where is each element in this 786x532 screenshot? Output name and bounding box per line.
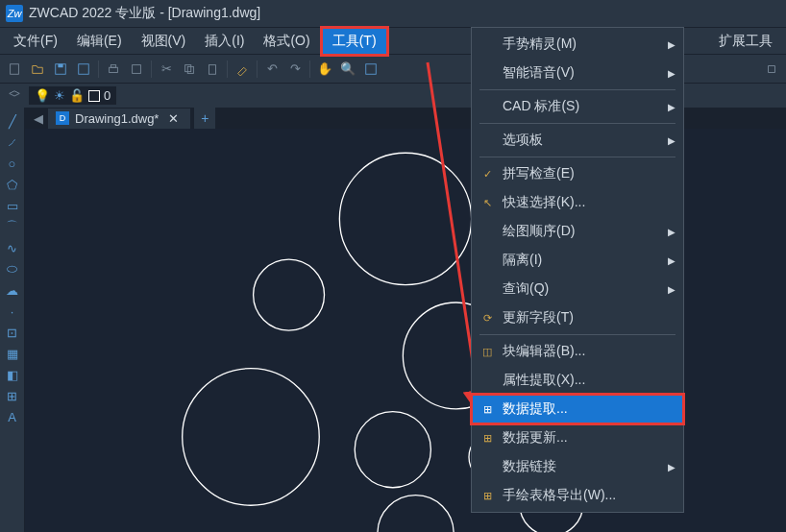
ellipse-icon[interactable]: ⬭ — [3, 259, 22, 278]
point-icon[interactable]: · — [3, 302, 22, 321]
menu-item-icon: ⟳ — [479, 310, 495, 326]
svg-rect-2 — [58, 63, 62, 67]
region-icon[interactable]: ◧ — [3, 365, 22, 384]
spline-icon[interactable]: ∿ — [3, 238, 22, 257]
separator — [98, 60, 99, 78]
menu-item-19[interactable]: ⊞手绘表格导出(W)... — [472, 481, 683, 510]
menu-item-label: 属性提取(X)... — [503, 372, 585, 389]
menu-item-icon: ↖ — [479, 195, 495, 210]
svg-rect-4 — [110, 67, 118, 72]
drawing-circle[interactable] — [378, 496, 454, 532]
text-icon[interactable]: A — [3, 407, 22, 426]
menu-item-14[interactable]: ◫块编辑器(B)... — [472, 337, 683, 366]
menu-item-label: 拼写检查(E) — [503, 165, 575, 182]
tab-prev-icon[interactable]: ◀ — [29, 109, 48, 128]
separator — [151, 60, 152, 78]
save-icon[interactable] — [50, 59, 71, 80]
menu-tools[interactable]: 工具(T) — [320, 26, 389, 57]
menu-item-5[interactable]: 选项板▶ — [472, 126, 683, 155]
tab-label: Drawing1.dwg* — [75, 111, 159, 126]
menu-item-18[interactable]: 数据链接▶ — [472, 452, 683, 481]
menu-item-icon — [479, 65, 495, 81]
menu-edit[interactable]: 编辑(E) — [67, 29, 132, 54]
menu-item-7[interactable]: ✓拼写检查(E) — [472, 159, 683, 188]
layer-manager-icon[interactable] — [4, 85, 25, 107]
menu-item-label: 绘图顺序(D) — [503, 223, 575, 240]
zoom-icon[interactable]: 🔍 — [337, 59, 358, 80]
line-icon[interactable]: ╱ — [3, 111, 22, 131]
separator — [309, 60, 310, 78]
revcloud-icon[interactable]: ☁ — [3, 280, 22, 300]
document-tab[interactable]: D Drawing1.dwg* ✕ — [48, 109, 190, 129]
menu-item-17[interactable]: ⊞数据更新... — [472, 423, 683, 452]
app-icon: Zw — [6, 5, 23, 22]
menu-item-10[interactable]: 隔离(I)▶ — [472, 246, 683, 275]
pan-icon[interactable]: ✋ — [314, 59, 335, 80]
saveas-icon[interactable] — [73, 59, 94, 80]
menu-item-label: 手势精灵(M) — [503, 36, 577, 53]
menu-item-label: 智能语音(V) — [503, 64, 575, 82]
separator — [257, 60, 258, 78]
rectangle-icon[interactable]: ▭ — [3, 196, 22, 215]
menu-item-15[interactable]: 属性提取(X)... — [472, 366, 683, 395]
menu-item-label: CAD 标准(S) — [503, 98, 579, 115]
menu-item-icon: ✓ — [479, 166, 495, 181]
menu-ext-tools[interactable]: 扩展工具 — [709, 29, 782, 54]
svg-rect-0 — [11, 63, 19, 74]
menu-item-9[interactable]: 绘图顺序(D)▶ — [472, 217, 683, 246]
menu-view[interactable]: 视图(V) — [132, 29, 196, 54]
svg-rect-3 — [79, 63, 89, 74]
drawing-circle[interactable] — [339, 153, 471, 284]
drawing-circle[interactable] — [254, 259, 325, 330]
match-icon[interactable] — [232, 59, 253, 80]
menu-item-8[interactable]: ↖快速选择(K)... — [472, 188, 683, 217]
hatch-icon[interactable]: ▦ — [3, 344, 22, 363]
menu-item-1[interactable]: 智能语音(V)▶ — [472, 59, 683, 87]
left-toolbar: ╱ ⟋ ○ ⬠ ▭ ⌒ ∿ ⬭ ☁ · ⊡ ▦ ◧ ⊞ A — [0, 108, 25, 532]
zoomext-icon[interactable] — [360, 59, 381, 80]
menu-item-icon — [479, 99, 495, 114]
pline-icon[interactable]: ⟋ — [3, 133, 22, 152]
polygon-icon[interactable]: ⬠ — [3, 175, 22, 194]
preview-icon[interactable] — [126, 59, 147, 80]
copy-icon[interactable] — [179, 59, 200, 80]
arc-icon[interactable]: ⌒ — [3, 217, 22, 236]
menu-item-icon — [479, 133, 495, 148]
menu-item-0[interactable]: 手势精灵(M)▶ — [472, 30, 683, 59]
menu-item-3[interactable]: CAD 标准(S)▶ — [472, 92, 683, 121]
menu-item-11[interactable]: 查询(Q)▶ — [472, 275, 683, 303]
sun-icon: ☀ — [54, 88, 65, 103]
menu-insert[interactable]: 插入(I) — [195, 29, 254, 54]
menu-format[interactable]: 格式(O) — [254, 29, 319, 54]
new-icon[interactable] — [4, 59, 25, 80]
block-icon[interactable]: ⊡ — [3, 323, 22, 342]
drawing-circle[interactable] — [355, 412, 430, 488]
print-icon[interactable] — [103, 59, 124, 80]
menu-item-icon — [479, 281, 495, 297]
tool-icon[interactable] — [761, 59, 782, 80]
svg-rect-9 — [209, 64, 216, 74]
tab-close-icon[interactable]: ✕ — [164, 111, 183, 126]
menu-item-label: 隔离(I) — [503, 252, 542, 269]
drawing-circle[interactable] — [183, 369, 320, 506]
menu-item-16[interactable]: ⊞数据提取... — [472, 395, 683, 423]
layer-selector[interactable]: 💡 ☀ 🔓 0 — [29, 86, 116, 105]
redo-icon[interactable]: ↷ — [284, 59, 306, 80]
menu-item-icon — [479, 253, 495, 268]
menu-item-icon — [479, 224, 495, 239]
table-icon[interactable]: ⊞ — [3, 386, 22, 405]
dwg-file-icon: D — [56, 111, 69, 125]
submenu-arrow-icon: ▶ — [668, 284, 675, 295]
menu-item-label: 更新字段(T) — [503, 309, 574, 326]
undo-icon[interactable]: ↶ — [261, 59, 282, 80]
menu-item-icon: ⊞ — [479, 401, 495, 417]
paste-icon[interactable] — [202, 59, 223, 80]
cut-icon[interactable]: ✂ — [156, 59, 177, 80]
new-tab-button[interactable]: + — [194, 108, 215, 129]
menu-item-12[interactable]: ⟳更新字段(T) — [472, 303, 683, 332]
submenu-arrow-icon: ▶ — [668, 462, 675, 472]
open-icon[interactable] — [27, 59, 48, 80]
menu-item-label: 查询(Q) — [503, 280, 549, 298]
menu-file[interactable]: 文件(F) — [4, 29, 67, 54]
circle-icon[interactable]: ○ — [3, 154, 22, 173]
